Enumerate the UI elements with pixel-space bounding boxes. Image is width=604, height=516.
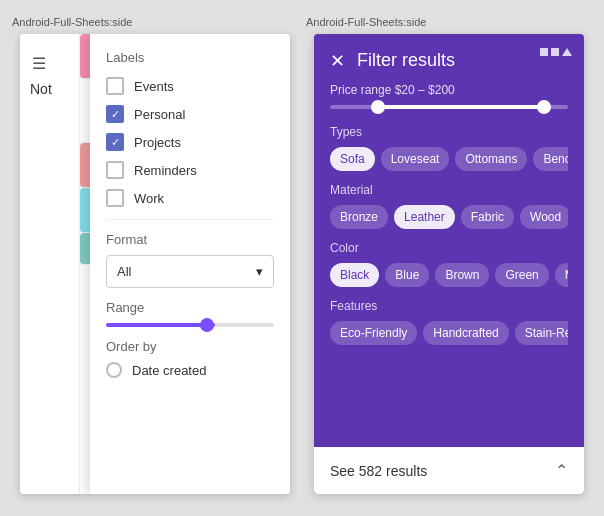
chip-fabric[interactable]: Fabric [461, 205, 514, 229]
checkbox-events[interactable]: Events [106, 77, 274, 95]
signal-icon [540, 48, 548, 56]
range-title: Range [106, 300, 274, 315]
types-section: Types Sofa Loveseat Ottomans Benches [314, 125, 584, 171]
chip-sofa[interactable]: Sofa [330, 147, 375, 171]
wifi-icon [551, 48, 559, 56]
sidebar: ☰ Not [20, 34, 80, 494]
chip-handcrafted[interactable]: Handcrafted [423, 321, 508, 345]
types-title: Types [330, 125, 568, 139]
chip-loveseat[interactable]: Loveseat [381, 147, 450, 171]
chip-stain-resistent[interactable]: Stain-Resistent [515, 321, 568, 345]
check-icon: ✓ [111, 136, 120, 149]
checkbox-projects[interactable]: ✓ Projects [106, 133, 274, 151]
right-panel-label: Android-Full-Sheets:side [306, 16, 426, 28]
price-thumb-right[interactable] [537, 100, 551, 114]
right-phone: ✕ Filter results Price range $20 – $200 … [314, 34, 584, 494]
bottom-bar[interactable]: See 582 results ⌃ [314, 447, 584, 494]
price-range-label: Price range $20 – $200 [314, 83, 584, 97]
color-title: Color [330, 241, 568, 255]
price-thumb-left[interactable] [371, 100, 385, 114]
radio-label-date: Date created [132, 363, 206, 378]
right-panel: Android-Full-Sheets:side ✕ Filter result… [302, 16, 596, 500]
chevron-up-icon[interactable]: ⌃ [555, 461, 568, 480]
left-phone: ☰ Not Call Jennifer October 07, 20... To… [20, 34, 290, 494]
filter-title: Filter results [357, 50, 455, 71]
checkbox-box-reminders[interactable] [106, 161, 124, 179]
status-icons [540, 48, 572, 56]
left-panel: Android-Full-Sheets:side ☰ Not Call Jenn… [8, 16, 302, 500]
chip-blue[interactable]: Blue [385, 263, 429, 287]
sheet-title: Labels [106, 50, 274, 65]
material-chips: Bronze Leather Fabric Wood Steel [330, 205, 568, 229]
format-title: Format [106, 232, 274, 247]
battery-icon [562, 48, 572, 56]
features-title: Features [330, 299, 568, 313]
material-section: Material Bronze Leather Fabric Wood Stee… [314, 183, 584, 229]
chevron-down-icon: ▾ [256, 264, 263, 279]
types-chips: Sofa Loveseat Ottomans Benches [330, 147, 568, 171]
check-icon: ✓ [111, 108, 120, 121]
chip-leather[interactable]: Leather [394, 205, 455, 229]
checkbox-box-work[interactable] [106, 189, 124, 207]
checkbox-personal[interactable]: ✓ Personal [106, 105, 274, 123]
material-title: Material [330, 183, 568, 197]
checkbox-work[interactable]: Work [106, 189, 274, 207]
checkbox-label-work: Work [134, 191, 164, 206]
hamburger-icon[interactable]: ☰ [20, 42, 79, 77]
color-chips: Black Blue Brown Green Multicolor [330, 263, 568, 287]
chip-black[interactable]: Black [330, 263, 379, 287]
sheet-overlay: Labels Events ✓ Personal ✓ Projects [90, 34, 290, 494]
chip-benches[interactable]: Benches [533, 147, 568, 171]
chip-bronze[interactable]: Bronze [330, 205, 388, 229]
chip-multicolor[interactable]: Multicolor [555, 263, 568, 287]
color-section: Color Black Blue Brown Green Multicolor [314, 241, 584, 287]
checkbox-label-reminders: Reminders [134, 163, 197, 178]
features-section: Features Eco-Friendly Handcrafted Stain-… [314, 299, 584, 345]
divider [106, 219, 274, 220]
range-track[interactable] [106, 323, 274, 327]
format-dropdown[interactable]: All ▾ [106, 255, 274, 288]
close-button[interactable]: ✕ [330, 52, 345, 70]
notes-label: Not [20, 77, 79, 101]
range-thumb[interactable] [200, 318, 214, 332]
checkbox-box-projects[interactable]: ✓ [106, 133, 124, 151]
price-range-fill [378, 105, 545, 109]
checkbox-label-personal: Personal [134, 107, 185, 122]
radio-date-created[interactable]: Date created [106, 362, 274, 378]
chip-brown[interactable]: Brown [435, 263, 489, 287]
price-range-track[interactable] [330, 105, 568, 109]
chip-ottomans[interactable]: Ottomans [455, 147, 527, 171]
order-by-title: Order by [106, 339, 274, 354]
checkbox-box-events[interactable] [106, 77, 124, 95]
radio-circle[interactable] [106, 362, 122, 378]
checkbox-label-events: Events [134, 79, 174, 94]
checkbox-box-personal[interactable]: ✓ [106, 105, 124, 123]
checkbox-reminders[interactable]: Reminders [106, 161, 274, 179]
filter-header: ✕ Filter results [314, 34, 584, 83]
features-chips: Eco-Friendly Handcrafted Stain-Resistent [330, 321, 568, 345]
chip-wood[interactable]: Wood [520, 205, 568, 229]
chip-eco-friendly[interactable]: Eco-Friendly [330, 321, 417, 345]
chip-green[interactable]: Green [495, 263, 548, 287]
see-results-label: See 582 results [330, 463, 427, 479]
checkbox-label-projects: Projects [134, 135, 181, 150]
left-panel-label: Android-Full-Sheets:side [12, 16, 132, 28]
format-value: All [117, 264, 131, 279]
